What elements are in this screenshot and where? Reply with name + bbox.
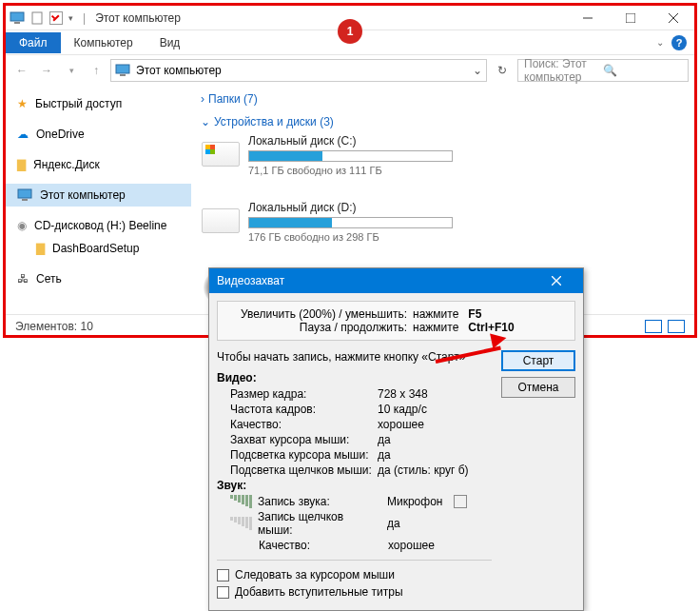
svg-rect-2	[32, 12, 42, 24]
folder-icon: ▇	[17, 158, 26, 171]
follow-cursor-checkbox[interactable]: Следовать за курсором мыши	[217, 568, 492, 581]
drive-d[interactable]: Локальный диск (D:) 176 ГБ свободно из 2…	[201, 201, 453, 243]
sidebar-item-yandex[interactable]: ▇Яндекс.Диск	[6, 153, 191, 176]
usage-bar	[248, 150, 453, 162]
forward-button[interactable]: →	[36, 60, 57, 81]
pc-icon	[10, 11, 25, 25]
recent-dropdown[interactable]: ▾	[61, 60, 82, 81]
drive-icon	[201, 134, 241, 174]
network-icon: 🖧	[17, 272, 29, 286]
sidebar-item-network[interactable]: 🖧Сеть	[6, 267, 191, 290]
dialog-titlebar: Видеозахват	[209, 268, 583, 293]
close-button[interactable]	[651, 6, 694, 30]
maximize-button[interactable]	[609, 6, 651, 30]
check-icon[interactable]	[49, 11, 63, 25]
svg-rect-1	[14, 22, 20, 24]
cloud-icon: ☁	[17, 128, 29, 141]
usage-bar	[248, 217, 453, 228]
tab-view[interactable]: Вид	[146, 32, 194, 53]
sidebar-item-dashboard[interactable]: ▇DashBoardSetup	[6, 237, 191, 260]
search-placeholder: Поиск: Этот компьютер	[524, 57, 603, 84]
navbar: ← → ▾ ↑ Этот компьютер ⌄ ↻ Поиск: Этот к…	[6, 54, 694, 85]
star-icon: ★	[17, 97, 28, 110]
video-section-header: Видео:	[217, 371, 492, 384]
qat-dropdown[interactable]: ▾	[68, 13, 73, 23]
pc-icon	[17, 188, 32, 202]
svg-rect-8	[120, 74, 126, 76]
group-devices[interactable]: ⌄Устройства и диски (3)	[201, 115, 685, 128]
folder-icon: ▇	[36, 242, 45, 255]
view-icons-button[interactable]	[668, 320, 685, 333]
search-icon: 🔍	[603, 64, 682, 77]
dialog-title: Видеозахват	[217, 274, 284, 287]
chevron-down-icon[interactable]: ⌄	[473, 64, 482, 77]
annotation-marker-1: 1	[338, 19, 362, 44]
sidebar-item-this-pc[interactable]: Этот компьютер	[6, 184, 191, 207]
audio-section-header: Звук:	[217, 479, 492, 492]
dialog-close-button[interactable]	[537, 268, 575, 293]
group-folders[interactable]: ›Папки (7)	[201, 92, 685, 106]
back-button[interactable]: ←	[11, 60, 32, 81]
refresh-button[interactable]: ↻	[491, 59, 514, 82]
disc-icon: ◉	[17, 219, 27, 232]
tab-file[interactable]: Файл	[6, 32, 61, 53]
pc-icon	[115, 64, 130, 77]
svg-rect-10	[22, 199, 28, 201]
svg-rect-0	[10, 12, 24, 21]
drive-icon	[201, 201, 241, 241]
sidebar-item-quick-access[interactable]: ★Быстрый доступ	[6, 92, 191, 115]
address-text: Этот компьютер	[136, 64, 222, 77]
chevron-right-icon: ›	[201, 92, 204, 106]
sidebar-item-cd[interactable]: ◉CD-дисковод (H:) Beeline	[6, 214, 191, 237]
audio-meter-icon	[230, 495, 252, 508]
drive-c[interactable]: Локальный диск (C:) 71,1 ГБ свободно из …	[201, 134, 453, 176]
minimize-button[interactable]	[566, 6, 609, 30]
svg-rect-7	[116, 65, 129, 73]
search-input[interactable]: Поиск: Этот компьютер 🔍	[517, 59, 689, 82]
video-capture-dialog: Видеозахват Увеличить (200%) / уменьшить…	[208, 267, 584, 611]
checkbox-icon	[217, 586, 229, 599]
item-count: Элементов: 10	[15, 320, 93, 333]
start-message: Чтобы начать запись, нажмите кнопку «Ста…	[217, 350, 492, 364]
sidebar-item-onedrive[interactable]: ☁OneDrive	[6, 123, 191, 146]
add-titles-checkbox[interactable]: Добавить вступительные титры	[217, 585, 492, 599]
address-bar[interactable]: Этот компьютер ⌄	[110, 59, 487, 82]
window-title: Этот компьютер	[93, 11, 566, 25]
separator: |	[83, 11, 86, 25]
help-icon[interactable]: ?	[671, 35, 687, 50]
checkbox-icon	[217, 569, 229, 581]
start-button[interactable]: Старт	[501, 350, 575, 371]
ribbon-expand-icon[interactable]: ⌄	[656, 37, 664, 48]
audio-meter-icon	[230, 517, 252, 530]
chevron-down-icon: ⌄	[201, 115, 210, 128]
sidebar: ★Быстрый доступ ☁OneDrive ▇Яндекс.Диск Э…	[6, 85, 191, 314]
up-button[interactable]: ↑	[86, 60, 107, 81]
tab-computer[interactable]: Компьютер	[61, 32, 146, 53]
doc-icon	[30, 11, 44, 25]
svg-rect-9	[18, 189, 31, 198]
cancel-button[interactable]: Отмена	[501, 377, 575, 398]
mic-settings-button[interactable]	[454, 495, 467, 508]
svg-rect-4	[626, 13, 635, 23]
view-details-button[interactable]	[645, 320, 662, 333]
dialog-hint-box: Увеличить (200%) / уменьшить:нажмите F5 …	[217, 301, 575, 341]
